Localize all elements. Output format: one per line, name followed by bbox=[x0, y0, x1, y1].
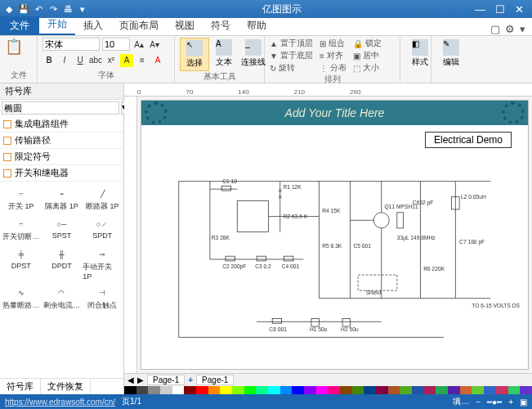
bring-front-button[interactable]: ▲ 置于顶层 bbox=[270, 38, 313, 49]
shape-item[interactable]: ◠剩余电流… bbox=[42, 284, 82, 312]
color-swatch[interactable] bbox=[280, 386, 293, 394]
shape-item[interactable]: ○─SPST bbox=[42, 215, 82, 244]
settings-icon[interactable]: ⚙ bbox=[505, 23, 515, 35]
shape-item[interactable]: ╫DPDT bbox=[42, 245, 82, 282]
color-swatch[interactable] bbox=[232, 386, 244, 394]
drawing-page[interactable]: Add Your Title Here Electrical Demo bbox=[141, 100, 529, 370]
close-button[interactable]: ✕ bbox=[515, 3, 524, 16]
color-swatch[interactable] bbox=[436, 386, 448, 394]
color-swatch[interactable] bbox=[496, 386, 508, 394]
shape-item[interactable]: ⎓开关切断… bbox=[2, 215, 41, 244]
color-swatch[interactable] bbox=[196, 386, 208, 394]
undo-icon[interactable]: ↶ bbox=[33, 3, 44, 15]
edit-button[interactable]: ✎ 编辑 bbox=[436, 38, 466, 70]
font-size-select[interactable] bbox=[102, 38, 130, 51]
color-palette-bar[interactable] bbox=[124, 386, 532, 394]
select-tool[interactable]: ↖ 选择 bbox=[180, 38, 209, 71]
next-page-icon[interactable]: ▶ bbox=[137, 375, 144, 384]
color-swatch[interactable] bbox=[424, 386, 436, 394]
bullets-button[interactable]: ≡ bbox=[136, 54, 149, 67]
lock-button[interactable]: 🔒锁定 bbox=[353, 38, 382, 49]
category-transmission[interactable]: 传输路径 bbox=[0, 133, 123, 149]
tab-help[interactable]: 帮助 bbox=[239, 16, 275, 35]
tab-symbol[interactable]: 符号 bbox=[203, 16, 239, 35]
collapse-ribbon-icon[interactable]: ▢ bbox=[490, 23, 500, 35]
more-icon[interactable]: ▾ bbox=[77, 3, 88, 15]
color-swatch[interactable] bbox=[124, 386, 136, 394]
status-url-link[interactable]: https://www.edrawsoft.com/cn/ bbox=[5, 398, 115, 407]
prev-page-icon[interactable]: ◀ bbox=[127, 375, 134, 384]
sidebar-tab-recover[interactable]: 文件恢复 bbox=[41, 379, 91, 394]
fit-page-icon[interactable]: ▣ bbox=[520, 398, 527, 407]
color-swatch[interactable] bbox=[364, 386, 376, 394]
color-swatch[interactable] bbox=[340, 386, 352, 394]
color-swatch[interactable] bbox=[508, 386, 521, 394]
tab-start[interactable]: 开始 bbox=[39, 15, 75, 35]
color-swatch[interactable] bbox=[304, 386, 316, 394]
bold-button[interactable]: B bbox=[42, 54, 56, 67]
page-tab-1[interactable]: Page-1 bbox=[147, 375, 185, 385]
connector-tool[interactable]: ⎯ 连接线 bbox=[239, 38, 268, 71]
color-swatch[interactable] bbox=[244, 386, 257, 394]
tab-view[interactable]: 视图 bbox=[167, 16, 203, 35]
page-tab-1b[interactable]: Page-1 bbox=[196, 375, 234, 385]
color-swatch[interactable] bbox=[256, 386, 268, 394]
color-swatch[interactable] bbox=[460, 386, 472, 394]
color-swatch[interactable] bbox=[376, 386, 388, 394]
shape-item[interactable]: ⌁隔离器 1P bbox=[42, 185, 82, 213]
color-swatch[interactable] bbox=[388, 386, 400, 394]
italic-button[interactable]: I bbox=[58, 54, 71, 67]
shape-item[interactable]: ╱断路器 1P bbox=[83, 185, 122, 213]
symbol-search-input[interactable] bbox=[2, 101, 119, 115]
tab-file[interactable]: 文件 bbox=[0, 16, 39, 35]
shape-item[interactable]: ⊣闭合触点 bbox=[83, 284, 122, 312]
circuit-diagram[interactable]: C1 10 R1 12K R2 63.6 K R3 28K C2 200pF C… bbox=[150, 158, 520, 361]
color-swatch[interactable] bbox=[484, 386, 496, 394]
shape-item[interactable]: ⊸手动开关 1P bbox=[83, 245, 122, 282]
save-icon[interactable]: 💾 bbox=[18, 3, 29, 15]
color-swatch[interactable] bbox=[472, 386, 484, 394]
shape-item[interactable]: ∿热量断路… bbox=[2, 284, 41, 312]
distribute-button[interactable]: ⋮ 分布 bbox=[320, 62, 346, 74]
color-swatch[interactable] bbox=[160, 386, 172, 394]
text-tool[interactable]: A 文本 bbox=[209, 38, 239, 71]
shape-item[interactable]: ⎓开关 1P bbox=[2, 185, 41, 213]
style-button[interactable]: ◧ 样式 bbox=[405, 38, 435, 70]
minimize-button[interactable]: — bbox=[475, 3, 485, 16]
color-swatch[interactable] bbox=[328, 386, 340, 394]
superscript-button[interactable]: x² bbox=[105, 54, 118, 67]
color-swatch[interactable] bbox=[148, 386, 160, 394]
zoom-out-icon[interactable]: − bbox=[476, 398, 481, 407]
color-swatch[interactable] bbox=[208, 386, 221, 394]
underline-button[interactable]: U bbox=[74, 54, 87, 67]
decrease-font-icon[interactable]: A▾ bbox=[148, 38, 161, 51]
group-button[interactable]: ⊞ 组合 bbox=[320, 38, 346, 49]
dropdown-icon[interactable]: ▾ bbox=[520, 23, 525, 35]
increase-font-icon[interactable]: A▴ bbox=[132, 38, 145, 51]
color-swatch[interactable] bbox=[184, 386, 196, 394]
color-swatch[interactable] bbox=[136, 386, 149, 394]
tab-insert[interactable]: 插入 bbox=[75, 16, 111, 35]
color-swatch[interactable] bbox=[520, 386, 532, 394]
print-icon[interactable]: 🖶 bbox=[62, 3, 74, 15]
color-swatch[interactable] bbox=[412, 386, 424, 394]
maximize-button[interactable]: ☐ bbox=[495, 3, 505, 16]
align-button[interactable]: ≡ 对齐 bbox=[320, 50, 346, 61]
redo-icon[interactable]: ↷ bbox=[47, 3, 59, 15]
color-swatch[interactable] bbox=[172, 386, 185, 394]
paste-icon[interactable]: 📋 bbox=[5, 38, 23, 56]
center-button[interactable]: ▣ 居中 bbox=[353, 50, 382, 61]
send-back-button[interactable]: ▼ 置于底层 bbox=[270, 50, 313, 61]
color-swatch[interactable] bbox=[400, 386, 412, 394]
sidebar-tab-library[interactable]: 符号库 bbox=[0, 379, 41, 394]
color-swatch[interactable] bbox=[316, 386, 329, 394]
zoom-in-icon[interactable]: + bbox=[508, 398, 513, 407]
strike-button[interactable]: abc bbox=[89, 54, 102, 67]
category-qualifier[interactable]: 限定符号 bbox=[0, 149, 123, 165]
shape-item[interactable]: ╪DPST bbox=[2, 245, 41, 282]
add-page-button[interactable]: + bbox=[188, 375, 193, 384]
highlight-button[interactable]: A bbox=[120, 54, 133, 67]
size-button[interactable]: ⬚ 大小 bbox=[353, 62, 382, 74]
rotate-button[interactable]: ↻ 旋转 bbox=[270, 62, 313, 74]
color-swatch[interactable] bbox=[220, 386, 232, 394]
